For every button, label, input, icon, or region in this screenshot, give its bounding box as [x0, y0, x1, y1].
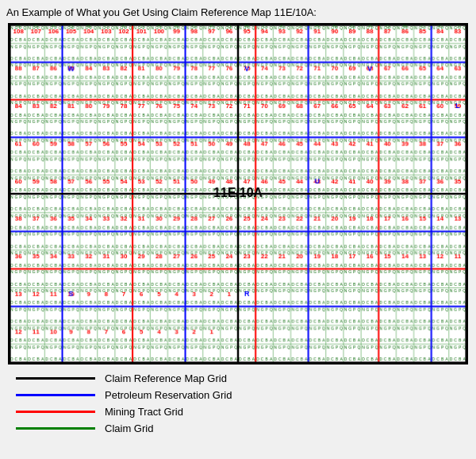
map-container: [8, 23, 468, 364]
legend-label-claim-ref: Claim Reference Map Grid: [105, 372, 227, 384]
legend: Claim Reference Map GridPetroleum Reserv…: [8, 372, 468, 434]
page-title: An Example of What you Get Using Claim R…: [6, 6, 317, 18]
legend-label-claim-grid: Claim Grid: [105, 422, 153, 434]
legend-item-petroleum: Petroleum Reservation Grid: [16, 389, 468, 401]
legend-line-claim-ref: [16, 377, 95, 380]
legend-line-petroleum: [16, 394, 95, 396]
legend-line-claim-grid: [16, 427, 95, 430]
legend-item-claim-ref: Claim Reference Map Grid: [16, 372, 468, 384]
legend-item-claim-grid: Claim Grid: [16, 422, 468, 434]
map-canvas: [10, 25, 466, 363]
legend-label-mining-tract: Mining Tract Grid: [105, 406, 183, 418]
legend-label-petroleum: Petroleum Reservation Grid: [105, 389, 232, 401]
legend-line-mining-tract: [16, 411, 95, 413]
legend-item-mining-tract: Mining Tract Grid: [16, 406, 468, 418]
